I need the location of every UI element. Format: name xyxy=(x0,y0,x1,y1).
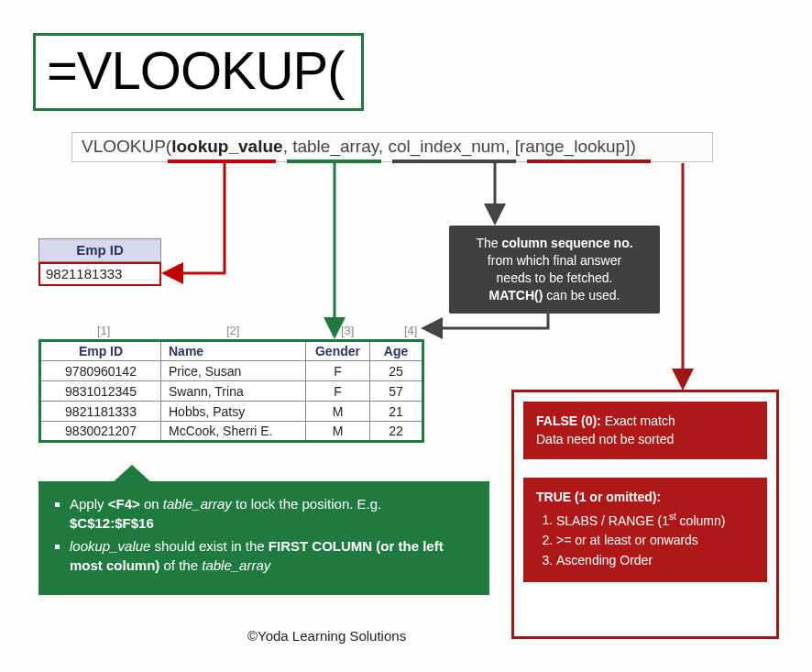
callout-text-bold: column sequence no. xyxy=(501,236,632,250)
cell-name: McCook, Sherri E. xyxy=(161,422,306,442)
cell-emp-id: 9830021207 xyxy=(40,422,161,442)
true-item: Ascending Order xyxy=(556,552,754,570)
col-index-3: [3] xyxy=(341,324,354,337)
table-row: 9780960142 Price, Susan F 25 xyxy=(40,361,423,381)
col-index-2: [2] xyxy=(226,324,239,337)
th-emp-id: Emp ID xyxy=(40,341,161,361)
underline-table-array xyxy=(287,160,381,163)
data-table: Emp ID Name Gender Age 9780960142 Price,… xyxy=(38,339,424,443)
false-desc: Exact match xyxy=(601,413,675,428)
tooltip-rest: , table_array, col_index_num, [range_loo… xyxy=(283,137,636,156)
tip-text: to lock the position. E.g. xyxy=(232,496,381,512)
underline-range-lookup xyxy=(527,160,651,163)
true-text: SLABS / RANGE (1 xyxy=(556,512,669,527)
tip-item: Apply <F4> on table_array to lock the po… xyxy=(70,494,475,533)
table-array-tip: Apply <F4> on table_array to lock the po… xyxy=(38,481,489,595)
range-lookup-container: FALSE (0): Exact match Data need not be … xyxy=(511,390,779,639)
arrow-lookup-value xyxy=(167,163,225,273)
col-index-4: [4] xyxy=(404,324,417,337)
table-row: 9821181333 Hobbs, Patsy M 21 xyxy=(40,402,423,422)
cell-name: Swann, Trina xyxy=(161,381,306,402)
cell-age: 57 xyxy=(370,381,423,402)
true-sup: st xyxy=(669,512,676,522)
cell-age: 21 xyxy=(370,402,423,422)
false-title: FALSE (0): xyxy=(536,413,601,428)
false-option-box: FALSE (0): Exact match Data need not be … xyxy=(523,402,767,459)
formula-box: =VLOOKUP( xyxy=(33,33,364,111)
cell-emp-id: 9831012345 xyxy=(40,381,161,402)
tip-arg: table_array xyxy=(202,557,270,573)
true-item: >= or at least or onwards xyxy=(556,532,754,550)
table-row: 9830021207 McCook, Sherri E. M 22 xyxy=(40,422,423,442)
underline-lookup-value xyxy=(168,160,276,163)
cell-gender: M xyxy=(306,422,370,442)
cell-age: 25 xyxy=(370,361,423,381)
th-gender: Gender xyxy=(306,341,370,361)
tip-arg: lookup_value xyxy=(70,538,150,554)
th-age: Age xyxy=(370,341,423,361)
tip-text: of the xyxy=(159,557,202,573)
true-item: SLABS / RANGE (1st column) xyxy=(556,511,754,530)
tip-text: should exist in the xyxy=(150,538,268,554)
true-text: column) xyxy=(676,512,726,527)
false-line2: Data need not be sorted xyxy=(536,432,674,446)
cell-name: Hobbs, Patsy xyxy=(161,402,306,422)
col-index-callout: The column sequence no. from which final… xyxy=(449,226,660,314)
callout-text: The xyxy=(476,236,501,250)
underline-col-index xyxy=(392,160,516,163)
tip-key: <F4> xyxy=(108,496,140,512)
tip-item: lookup_value should exist in the FIRST C… xyxy=(70,536,475,575)
true-option-box: TRUE (1 or omitted): SLABS / RANGE (1st … xyxy=(523,478,767,582)
emp-id-value-cell: 9821181333 xyxy=(38,262,161,286)
tip-range: $C$12:$F$16 xyxy=(70,515,154,531)
callout-match-fn: MATCH() xyxy=(489,288,543,303)
callout-text: can be used. xyxy=(543,288,620,303)
tip-arg: table_array xyxy=(163,496,232,512)
tip-text: on xyxy=(140,496,163,512)
callout-text: needs to be fetched. xyxy=(497,270,613,285)
cell-gender: F xyxy=(306,361,370,381)
table-row: 9831012345 Swann, Trina F 57 xyxy=(40,381,423,402)
tip-text: Apply xyxy=(70,496,108,512)
cell-gender: F xyxy=(306,381,370,402)
cell-emp-id: 9780960142 xyxy=(40,361,161,381)
cell-emp-id: 9821181333 xyxy=(40,402,161,422)
table-header-row: Emp ID Name Gender Age xyxy=(40,341,423,361)
callout-text: from which final answer xyxy=(488,253,621,268)
cell-age: 22 xyxy=(370,422,423,442)
tooltip-fn: VLOOKUP( xyxy=(82,137,171,156)
tooltip-arg-lookup-value: lookup_value xyxy=(171,137,282,156)
th-name: Name xyxy=(161,341,306,361)
copyright: ©Yoda Learning Solutions xyxy=(247,628,406,644)
true-title: TRUE (1 or omitted): xyxy=(536,490,661,504)
callout-pointer-icon xyxy=(112,465,152,483)
col-index-1: [1] xyxy=(97,324,110,337)
cell-name: Price, Susan xyxy=(161,361,306,381)
cell-gender: M xyxy=(306,402,370,422)
emp-id-header: Emp ID xyxy=(38,238,161,262)
vlookup-tooltip: VLOOKUP(lookup_value, table_array, col_i… xyxy=(71,132,713,162)
